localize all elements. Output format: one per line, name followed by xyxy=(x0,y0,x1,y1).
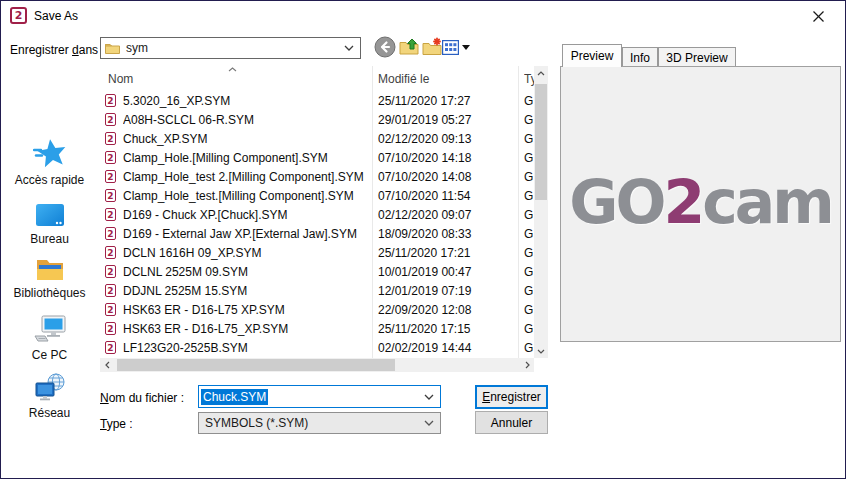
column-header-modified[interactable]: Modifié le xyxy=(378,72,429,86)
place-label: Ce PC xyxy=(1,348,98,362)
save-label-post: nregistrer xyxy=(490,390,541,404)
file-type: GO xyxy=(524,208,533,222)
column-header-name[interactable]: Nom xyxy=(108,72,133,86)
watermark-go: GO xyxy=(569,167,663,237)
place-label: Réseau xyxy=(1,406,98,420)
filename-combobox[interactable]: Chuck.SYM xyxy=(198,385,441,408)
go2cam-file-icon: 2 xyxy=(105,303,116,316)
vertical-scrollbar-thumb[interactable] xyxy=(535,84,547,200)
file-modified: 18/09/2020 08:33 xyxy=(378,227,471,241)
filename-value[interactable]: Chuck.SYM xyxy=(201,389,268,405)
folder-icon xyxy=(105,42,120,54)
look-in-label-pre: Enregistrer xyxy=(10,43,72,57)
scroll-up-button[interactable] xyxy=(534,66,548,80)
file-name: Chuck_XP.SYM xyxy=(123,132,371,146)
tab-3d-preview[interactable]: 3D Preview xyxy=(658,47,736,67)
file-name: Clamp_Hole.[Milling Component].SYM xyxy=(123,151,371,165)
file-name: DDJNL 2525M 15.SYM xyxy=(123,284,371,298)
file-row[interactable]: 2DCLNL 2525M 09.SYM10/01/2019 00:47GO xyxy=(100,263,534,282)
watermark-2: 2 xyxy=(663,167,702,237)
file-modified: 25/11/2020 17:15 xyxy=(378,322,471,336)
place-desktop[interactable]: Bureau xyxy=(1,203,98,246)
place-network[interactable]: Réseau xyxy=(1,373,98,420)
go2cam-file-icon: 2 xyxy=(105,208,116,221)
file-type: GO xyxy=(524,341,533,355)
filename-label-mnemonic: N xyxy=(100,391,109,405)
view-menu-caret-icon xyxy=(462,45,470,50)
file-row[interactable]: 2Chuck_XP.SYM02/12/2020 09:13GO xyxy=(100,130,534,149)
sort-ascending-icon xyxy=(228,67,237,72)
file-row[interactable]: 2DCLN 1616H 09_XP.SYM25/11/2020 17:21GO xyxy=(100,244,534,263)
file-row[interactable]: 2Clamp_Hole_test.[Milling Component].SYM… xyxy=(100,187,534,206)
look-in-combobox[interactable]: sym xyxy=(100,37,361,59)
file-type: GO xyxy=(524,284,533,298)
file-name: HSK63 ER - D16-L75 XP.SYM xyxy=(123,303,371,317)
file-row[interactable]: 25.3020_16_XP.SYM25/11/2020 17:27GO xyxy=(100,92,534,111)
up-one-level-button[interactable] xyxy=(399,37,419,57)
go2cam-file-icon: 2 xyxy=(105,94,116,107)
filename-label: Nom du fichier : xyxy=(100,391,184,405)
place-this-pc[interactable]: Ce PC xyxy=(1,314,98,362)
cancel-button[interactable]: Annuler xyxy=(475,411,548,434)
file-row[interactable]: 2Clamp_Hole.[Milling Component].SYM07/10… xyxy=(100,149,534,168)
tab-preview[interactable]: Preview xyxy=(562,44,622,67)
filetype-combobox[interactable]: SYMBOLS (*.SYM) xyxy=(198,412,441,434)
file-row[interactable]: 2A08H-SCLCL 06-R.SYM29/01/2019 05:27GO xyxy=(100,111,534,130)
file-list: Nom Modifié le Type 25.3020_16_XP.SYM25/… xyxy=(100,66,548,372)
file-type: GO xyxy=(524,227,533,241)
file-row[interactable]: 2Clamp_Hole_test 2.[Milling Component].S… xyxy=(100,168,534,187)
file-row[interactable]: 2HSK63 ER - D16-L75 XP.SYM22/09/2020 12:… xyxy=(100,301,534,320)
watermark-cam: cam xyxy=(702,167,832,237)
file-type: GO xyxy=(524,246,533,260)
look-in-value: sym xyxy=(126,41,148,55)
go2cam-file-icon: 2 xyxy=(105,322,116,335)
file-row[interactable]: 2HSK63 ER - D16-L75_XP.SYM25/11/2020 17:… xyxy=(100,320,534,339)
file-list-header: Nom Modifié le Type xyxy=(100,66,534,92)
scroll-left-button[interactable] xyxy=(100,358,114,372)
back-button[interactable] xyxy=(374,36,396,58)
place-quick-access[interactable]: Accès rapide xyxy=(1,136,98,187)
file-name: DCLNL 2525M 09.SYM xyxy=(123,265,371,279)
go2cam-file-icon: 2 xyxy=(105,189,116,202)
file-modified: 07/10/2020 11:54 xyxy=(378,189,471,203)
title-bar: 2 Save As xyxy=(1,1,845,30)
scroll-right-button[interactable] xyxy=(520,358,534,372)
place-libraries[interactable]: Bibliothèques xyxy=(1,256,98,300)
file-type: GO xyxy=(524,265,533,279)
new-folder-button[interactable] xyxy=(422,37,442,57)
save-button[interactable]: Enregistrer xyxy=(475,385,548,409)
file-row[interactable]: 2D169 - External Jaw XP.[External Jaw].S… xyxy=(100,225,534,244)
scroll-down-button[interactable] xyxy=(534,344,548,358)
file-type: GO xyxy=(524,132,533,146)
go2cam-file-icon: 2 xyxy=(105,246,116,259)
window-title: Save As xyxy=(34,9,78,23)
cancel-button-label: Annuler xyxy=(491,416,532,430)
file-row[interactable]: 2D169 - Chuck XP.[Chuck].SYM02/12/2020 0… xyxy=(100,206,534,225)
desktop-monitor-icon xyxy=(35,203,65,228)
file-type: GO xyxy=(524,170,533,184)
file-row[interactable]: 2LF123G20-2525B.SYM02/02/2019 14:44GO xyxy=(100,339,534,358)
vertical-scrollbar[interactable] xyxy=(534,66,548,358)
file-name: D169 - Chuck XP.[Chuck].SYM xyxy=(123,208,371,222)
place-label: Accès rapide xyxy=(1,173,98,187)
horizontal-scrollbar-thumb[interactable] xyxy=(117,359,395,371)
go2cam-file-icon: 2 xyxy=(105,227,116,240)
column-header-type[interactable]: Type xyxy=(524,72,534,86)
go2cam-file-icon: 2 xyxy=(105,132,116,145)
file-type: GO xyxy=(524,151,533,165)
chevron-down-icon xyxy=(537,349,545,354)
tab-info[interactable]: Info xyxy=(622,47,658,67)
file-modified: 02/02/2019 14:44 xyxy=(378,341,471,355)
file-type: GO xyxy=(524,322,533,336)
view-menu-button[interactable] xyxy=(442,39,470,56)
close-button[interactable] xyxy=(801,4,835,28)
file-row[interactable]: 2DDJNL 2525M 15.SYM12/01/2019 07:19GO xyxy=(100,282,534,301)
tab-label: 3D Preview xyxy=(666,51,727,65)
go2cam-app-icon: 2 xyxy=(10,7,27,24)
go2cam-file-icon: 2 xyxy=(105,265,116,278)
file-name: 5.3020_16_XP.SYM xyxy=(123,94,371,108)
horizontal-scrollbar[interactable] xyxy=(100,358,534,372)
chevron-right-icon xyxy=(525,361,530,369)
go2cam-watermark: GO2cam xyxy=(561,167,840,237)
go2cam-file-icon: 2 xyxy=(105,170,116,183)
